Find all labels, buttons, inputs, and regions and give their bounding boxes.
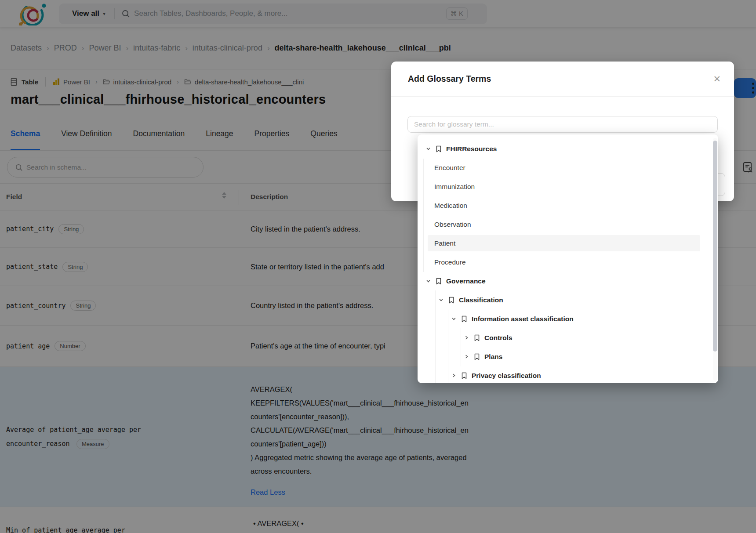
- tree-node-label: Procedure: [434, 258, 466, 266]
- tree-node-label: Controls: [484, 334, 512, 342]
- glossary-term-group-icon: [461, 315, 467, 323]
- chevron-right-icon[interactable]: [464, 354, 469, 359]
- tree-node-label: Classification: [459, 296, 503, 304]
- tree-node-label: Medication: [434, 202, 467, 210]
- chevron-right-icon[interactable]: [451, 373, 457, 378]
- tree-node-label: FHIRResources: [446, 145, 497, 153]
- chevron-right-icon[interactable]: [464, 335, 469, 341]
- tree-node-label: Encounter: [434, 164, 465, 172]
- scrollbar-thumb[interactable]: [713, 141, 717, 352]
- tree-node-information-asset-classification[interactable]: Information asset classification: [418, 309, 718, 328]
- glossary-term-search-input[interactable]: Search for glossary term...: [407, 116, 718, 133]
- tree-node-privacy-classification[interactable]: Privacy classification: [418, 366, 718, 383]
- tree-node-immunization[interactable]: Immunization: [418, 177, 718, 196]
- tree-node-label: Governance: [446, 277, 486, 285]
- tree-node-label: Immunization: [434, 183, 475, 191]
- chevron-down-icon[interactable]: [451, 316, 457, 322]
- glossary-term-group-icon: [436, 278, 442, 285]
- tree-node-fhirresources[interactable]: FHIRResources: [418, 139, 718, 158]
- tree-node-patient-hovered[interactable]: Patient: [418, 234, 718, 253]
- tree-node-procedure[interactable]: Procedure: [418, 253, 718, 272]
- tree-node-controls[interactable]: Controls: [418, 328, 718, 347]
- tree-node-observation[interactable]: Observation: [418, 215, 718, 234]
- tree-node-governance[interactable]: Governance: [418, 272, 718, 290]
- glossary-search-placeholder: Search for glossary term...: [414, 120, 494, 128]
- glossary-term-group-icon: [474, 353, 480, 360]
- tree-node-label: Information asset classification: [472, 315, 574, 323]
- glossary-tree-dropdown: FHIRResources Encounter Immunization Med…: [418, 134, 718, 383]
- hover-highlight: [428, 235, 700, 251]
- chevron-down-icon[interactable]: [425, 146, 431, 152]
- tree-node-label: Patient: [434, 239, 455, 247]
- glossary-term-group-icon: [436, 145, 442, 152]
- tree-node-label: Privacy classification: [472, 372, 541, 380]
- chevron-down-icon[interactable]: [425, 278, 431, 284]
- tree-node-classification[interactable]: Classification: [418, 290, 718, 309]
- tree-node-plans[interactable]: Plans: [418, 347, 718, 366]
- tree-node-label: Plans: [484, 353, 502, 361]
- tree-node-medication[interactable]: Medication: [418, 196, 718, 215]
- glossary-term-group-icon: [474, 334, 480, 341]
- chevron-down-icon[interactable]: [438, 297, 444, 303]
- close-icon[interactable]: ✕: [713, 74, 721, 83]
- tree-node-encounter[interactable]: Encounter: [418, 158, 718, 177]
- glossary-term-group-icon: [461, 372, 467, 379]
- modal-title: Add Glossary Terms: [408, 74, 713, 84]
- glossary-term-group-icon: [448, 297, 454, 304]
- tree-node-label: Observation: [434, 221, 471, 228]
